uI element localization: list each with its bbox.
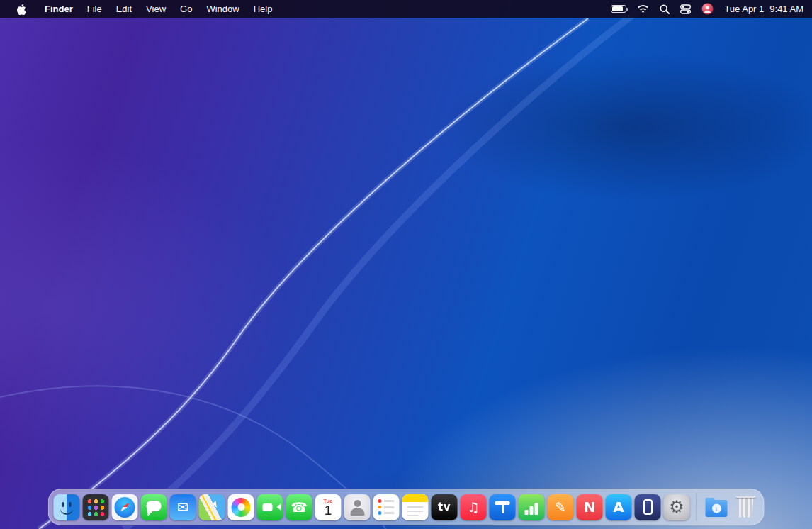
menu-app-name[interactable]: Finder: [38, 0, 79, 18]
facetime-camera-lens: [274, 503, 281, 511]
finder-face: [60, 508, 74, 515]
music-note-icon: ♫: [461, 494, 487, 520]
dock-messages[interactable]: [141, 494, 167, 520]
menu-edit[interactable]: Edit: [110, 0, 138, 18]
battery-tip: [626, 8, 628, 11]
desktop-wallpaper: Finder File Edit View Go Window Help: [0, 0, 812, 529]
wifi-status[interactable]: [637, 4, 649, 13]
app-store-logo: A: [606, 494, 632, 520]
dock-iphone-mirroring[interactable]: [635, 494, 661, 520]
dot: [378, 511, 382, 515]
trash-can-icon: [736, 497, 755, 518]
dock: ✉ ☎ Tue 1: [48, 489, 765, 525]
tv-logo: tv: [432, 494, 458, 520]
dot: [378, 499, 382, 503]
control-center[interactable]: [680, 4, 691, 14]
menu-go[interactable]: Go: [174, 0, 198, 18]
numbers-bar-chart-icon: [525, 510, 529, 515]
battery-fill: [612, 6, 623, 11]
iphone-outline-icon: [643, 499, 653, 515]
line: [383, 500, 395, 502]
news-logo: N: [577, 494, 603, 520]
dock-trash[interactable]: [733, 494, 759, 520]
dock-mail[interactable]: ✉: [170, 494, 196, 520]
spotlight-search-icon: [660, 4, 670, 14]
dock-contacts[interactable]: [344, 494, 371, 520]
dock-music[interactable]: ♫: [461, 494, 487, 520]
wifi-icon: [637, 4, 649, 13]
menu-bar-date: Tue Apr 1: [724, 4, 764, 14]
finder-face: [69, 502, 72, 507]
menu-bar-clock[interactable]: Tue Apr 1 9:41 AM: [724, 4, 803, 14]
trash-lid: [735, 496, 755, 498]
messages-bubble-tail: [148, 509, 155, 516]
dock-calendar[interactable]: Tue 1: [315, 494, 342, 520]
dock-numbers[interactable]: [519, 494, 545, 520]
apple-logo-icon: [16, 4, 26, 15]
reminders-row: [378, 511, 395, 515]
facetime-camera-icon: [263, 503, 273, 511]
dock-pages[interactable]: ✎: [548, 494, 574, 520]
finder-face: [62, 502, 64, 507]
menu-bar-left: Finder File Edit View Go Window Help: [9, 0, 278, 18]
download-arrow-icon: ↓: [712, 503, 721, 513]
wallpaper-wave-art: [0, 0, 812, 529]
keynote-podium-icon: [502, 505, 504, 513]
dock-keynote[interactable]: [490, 494, 516, 520]
menu-bar-time: 9:41 AM: [769, 4, 803, 14]
contacts-silhouette-icon: [350, 508, 364, 516]
dock-safari[interactable]: [112, 494, 138, 520]
dock-system-settings[interactable]: ⚙: [664, 494, 690, 520]
numbers-bar-chart-icon: [535, 503, 538, 515]
menu-help[interactable]: Help: [247, 0, 279, 18]
phone-handset-icon: ☎: [286, 494, 312, 520]
menu-view[interactable]: View: [140, 0, 172, 18]
numbers-bar-chart-icon: [530, 506, 534, 515]
dock-downloads-folder[interactable]: ↓: [704, 494, 730, 520]
mail-envelope-icon: ✉: [170, 494, 196, 520]
dock-facetime[interactable]: [257, 494, 283, 520]
menu-window[interactable]: Window: [200, 0, 245, 18]
contacts-silhouette-icon: [354, 500, 361, 507]
dock-news[interactable]: N: [577, 494, 603, 520]
line: [407, 511, 424, 513]
dock-app-store[interactable]: A: [606, 494, 632, 520]
dock-reminders[interactable]: [373, 494, 400, 520]
dock-apple-tv[interactable]: tv: [432, 494, 458, 520]
dock-photos[interactable]: [228, 494, 254, 520]
reminders-row: [378, 499, 395, 503]
maps-navigation-icon: [210, 499, 219, 508]
battery-status[interactable]: [611, 5, 626, 13]
line: [383, 506, 395, 508]
dock-divider: [697, 493, 697, 521]
menu-file[interactable]: File: [81, 0, 108, 18]
pages-pen-icon: ✎: [548, 494, 574, 520]
dock-notes[interactable]: [402, 494, 429, 520]
reminders-row: [378, 506, 395, 509]
menu-bar-status: Tue Apr 1 9:41 AM: [611, 3, 803, 15]
dock-phone[interactable]: ☎: [286, 494, 312, 520]
dock-finder[interactable]: [54, 494, 80, 520]
line: [407, 515, 419, 517]
gear-icon: ⚙: [664, 494, 690, 520]
user-avatar-icon: [701, 3, 714, 15]
line: [383, 512, 395, 514]
dot: [378, 506, 382, 509]
battery-icon: [611, 5, 626, 13]
dock-maps[interactable]: [199, 494, 225, 520]
menu-bar: Finder File Edit View Go Window Help: [0, 0, 812, 18]
user-avatar[interactable]: [701, 3, 714, 15]
control-center-icon: [680, 4, 691, 14]
spotlight[interactable]: [660, 4, 670, 14]
notes-yellow-band: [402, 494, 429, 502]
dock-launchpad[interactable]: [83, 494, 109, 520]
line: [407, 506, 424, 508]
photos-pinwheel-center: [237, 503, 244, 511]
apple-menu[interactable]: [9, 4, 37, 15]
calendar-day: 1: [325, 503, 332, 517]
